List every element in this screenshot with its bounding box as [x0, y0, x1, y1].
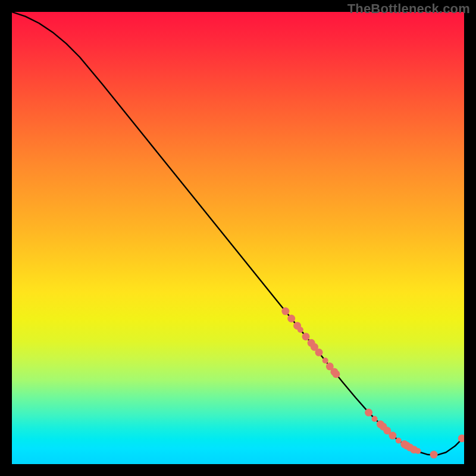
data-marker: [315, 349, 323, 356]
marker-layer: [281, 308, 464, 459]
data-marker: [287, 315, 295, 322]
data-marker: [332, 370, 340, 378]
data-marker: [415, 448, 421, 454]
data-marker: [458, 434, 464, 442]
chart-stage: TheBottleneck.com: [0, 0, 476, 476]
data-marker: [396, 437, 402, 443]
bottleneck-curve: [12, 12, 464, 455]
data-marker: [372, 416, 378, 422]
data-marker: [281, 308, 289, 315]
data-marker: [322, 358, 328, 364]
data-marker: [365, 409, 372, 416]
attribution-label: TheBottleneck.com: [347, 1, 470, 17]
data-marker: [430, 451, 438, 459]
plot-svg: [12, 12, 464, 464]
data-marker: [302, 333, 310, 340]
data-marker: [389, 432, 396, 440]
data-marker: [298, 327, 303, 333]
